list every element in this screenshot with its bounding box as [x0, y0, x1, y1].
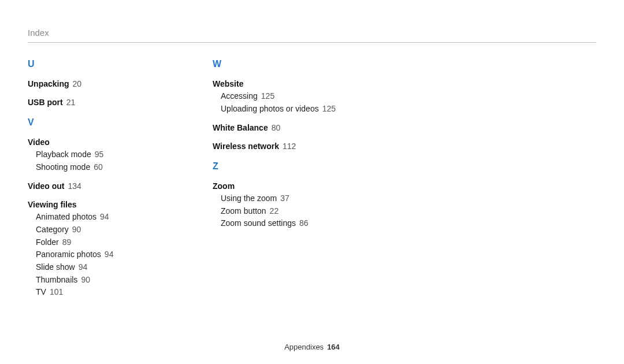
subentry-tv: TV101: [28, 286, 155, 299]
subentry-video-playback: Playback mode95: [28, 148, 155, 161]
index-columns: U Unpacking20 USB port21 V Video Playbac…: [28, 59, 596, 299]
subentry-label: Category: [36, 225, 69, 234]
subentry-page: 90: [81, 275, 90, 284]
entry-label: USB port: [28, 98, 63, 107]
subentry-zoom-sound: Zoom sound settings86: [213, 217, 340, 230]
subentry-page: 125: [322, 104, 336, 113]
entry-label: Unpacking: [28, 79, 69, 88]
subentry-video-shooting: Shooting mode60: [28, 161, 155, 174]
subentry-panoramic-photos: Panoramic photos94: [28, 248, 155, 261]
column-2: W Website Accessing125 Uploading photos …: [213, 59, 340, 299]
index-letter-u: U: [28, 59, 155, 69]
subentry-page: 86: [299, 218, 309, 228]
subentry-label: Accessing: [221, 91, 258, 101]
entry-website: Website: [213, 77, 340, 90]
subentry-label: Thumbnails: [36, 275, 77, 284]
subentry-label: TV: [36, 287, 46, 296]
subentry-label: Playback mode: [36, 150, 91, 159]
subentry-page: 37: [280, 194, 289, 203]
entry-unpacking: Unpacking20: [28, 77, 155, 90]
entry-video: Video: [28, 136, 155, 148]
subentry-folder: Folder89: [28, 236, 155, 249]
footer-section: Appendixes: [284, 343, 324, 351]
subentry-page: 101: [50, 287, 63, 296]
entry-label: Video out: [28, 181, 65, 191]
subentry-label: Zoom button: [221, 206, 266, 216]
subentry-page: 125: [261, 91, 274, 101]
entry-white-balance: White Balance80: [213, 121, 340, 134]
subentry-page: 89: [62, 237, 72, 247]
subentry-page: 60: [94, 162, 103, 172]
subentry-animated-photos: Animated photos94: [28, 211, 155, 224]
index-letter-z: Z: [213, 161, 340, 172]
index-letter-v: V: [28, 117, 155, 128]
subentry-page: 94: [79, 262, 88, 272]
subentry-uploading: Uploading photos or videos125: [213, 103, 340, 116]
subentry-label: Using the zoom: [221, 194, 277, 203]
entry-zoom: Zoom: [213, 180, 340, 192]
entry-page: 21: [66, 98, 76, 107]
page-title: Index: [28, 28, 596, 43]
subentry-page: 94: [105, 250, 114, 259]
entry-page: 112: [283, 142, 296, 151]
entry-label: White Balance: [213, 123, 268, 132]
subentry-page: 95: [95, 150, 104, 159]
entry-page: 80: [272, 123, 281, 132]
index-page: Index U Unpacking20 USB port21 V Video P…: [0, 0, 624, 299]
subentry-label: Animated photos: [36, 212, 96, 221]
footer-page-number: 164: [327, 343, 340, 351]
subentry-page: 94: [100, 212, 109, 221]
entry-wireless-network: Wireless network112: [213, 140, 340, 153]
index-letter-w: W: [213, 59, 340, 69]
subentry-zoom-button: Zoom button22: [213, 205, 340, 218]
subentry-page: 90: [72, 225, 81, 234]
subentry-label: Folder: [36, 237, 59, 247]
entry-page: 20: [73, 79, 82, 88]
subentry-category: Category90: [28, 224, 155, 236]
entry-label: Wireless network: [213, 142, 279, 151]
entry-usb-port: USB port21: [28, 96, 155, 109]
page-footer: Appendixes164: [0, 343, 624, 351]
subentry-label: Shooting mode: [36, 162, 90, 172]
subentry-thumbnails: Thumbnails90: [28, 274, 155, 287]
entry-video-out: Video out134: [28, 180, 155, 192]
column-1: U Unpacking20 USB port21 V Video Playbac…: [28, 59, 155, 299]
subentry-slide-show: Slide show94: [28, 261, 155, 274]
subentry-label: Zoom sound settings: [221, 218, 296, 228]
subentry-label: Panoramic photos: [36, 250, 101, 259]
subentry-accessing: Accessing125: [213, 90, 340, 103]
subentry-label: Uploading photos or videos: [221, 104, 319, 113]
entry-viewing-files: Viewing files: [28, 198, 155, 211]
subentry-using-zoom: Using the zoom37: [213, 192, 340, 205]
subentry-label: Slide show: [36, 262, 75, 272]
subentry-page: 22: [270, 206, 279, 216]
entry-page: 134: [68, 181, 81, 191]
